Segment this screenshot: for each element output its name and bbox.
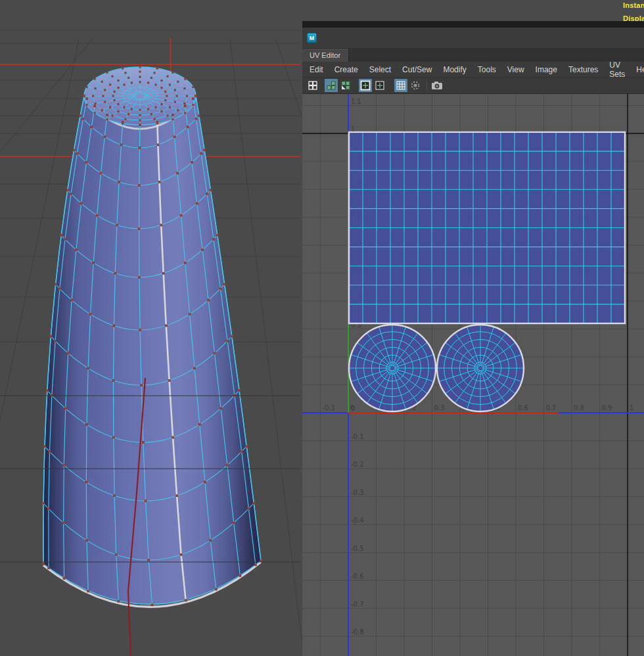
viewport-scene	[0, 0, 302, 656]
svg-text:0.3: 0.3	[434, 404, 445, 411]
uv-canvas[interactable]: 1.110.90.80.70.60.50.40.30.20.10-0.1-0.2…	[302, 94, 644, 656]
window-top-border	[302, 21, 644, 28]
svg-text:-0.2: -0.2	[351, 461, 364, 468]
dim-image-icon[interactable]	[409, 79, 422, 92]
svg-text:-0.3: -0.3	[351, 489, 364, 496]
menu-image[interactable]: Image	[535, 64, 558, 76]
tab-uv-editor[interactable]: UV Editor	[302, 49, 349, 62]
menu-create[interactable]: Create	[334, 64, 359, 76]
svg-text:0.8: 0.8	[574, 404, 584, 411]
svg-text:0: 0	[350, 404, 354, 411]
texture-inner-grid-icon[interactable]	[373, 79, 386, 92]
svg-text:-0.1: -0.1	[323, 404, 336, 411]
main-viewport-hud-strip: Instan Displa	[302, 0, 644, 21]
svg-text:0.6: 0.6	[518, 404, 528, 411]
svg-text:0.7: 0.7	[546, 404, 557, 411]
menu-select[interactable]: Select	[369, 64, 392, 76]
svg-text:1: 1	[630, 404, 633, 411]
shaded-tile-icon[interactable]	[339, 79, 352, 92]
svg-text:-0.1: -0.1	[351, 433, 364, 440]
maya-screen: Instan Displa M UV Editor EditCreateSele…	[0, 0, 644, 656]
cone-mesh[interactable]	[43, 67, 261, 607]
menu-help[interactable]: Help	[635, 64, 644, 76]
uv-shell-body-rectangle[interactable]	[349, 132, 625, 323]
maya-app-icon: M	[307, 33, 317, 43]
menu-textures[interactable]: Textures	[568, 64, 599, 76]
uv-editor-window: M UV Editor EditCreateSelectCut/SewModif…	[302, 21, 644, 656]
svg-text:-0.7: -0.7	[351, 601, 364, 608]
perspective-viewport[interactable]	[0, 0, 302, 656]
menu-uv-sets[interactable]: UV Sets	[609, 59, 626, 80]
svg-text:-0.8: -0.8	[351, 628, 364, 636]
window-tab-bar: UV Editor	[302, 49, 644, 62]
svg-text:-0.6: -0.6	[351, 573, 364, 580]
svg-text:-0.4: -0.4	[351, 517, 364, 524]
menu-cut-sew[interactable]: Cut/Sew	[402, 64, 432, 76]
menu-modify[interactable]: Modify	[442, 64, 467, 76]
uv-editor-menubar: EditCreateSelectCut/SewModifyToolsViewIm…	[302, 62, 644, 78]
uv-snapshot-camera-icon[interactable]	[430, 79, 444, 92]
uv-editor-toolbar	[302, 78, 644, 94]
svg-text:0.9: 0.9	[602, 404, 612, 411]
tile-layout-icon[interactable]	[325, 79, 338, 92]
uv-shell-cap-circle-1[interactable]	[349, 325, 436, 411]
svg-text:1.1: 1.1	[351, 98, 361, 105]
menu-edit[interactable]: Edit	[309, 64, 324, 76]
hud-text-display: Displa	[623, 14, 644, 21]
window-titlebar[interactable]: M	[302, 28, 644, 49]
texture-border-icon[interactable]	[359, 79, 372, 92]
hud-text-instances: Instan	[623, 1, 644, 9]
menu-view[interactable]: View	[507, 64, 525, 76]
uv-shells	[349, 132, 625, 411]
uv-scene: 1.110.90.80.70.60.50.40.30.20.10-0.1-0.2…	[302, 94, 644, 656]
toolbar-separator	[426, 80, 427, 91]
uv-shell-cap-circle-2[interactable]	[437, 325, 524, 411]
menu-tools[interactable]: Tools	[477, 64, 497, 76]
pixel-grid-icon[interactable]	[394, 79, 407, 92]
four-tiles-icon[interactable]	[306, 79, 319, 92]
svg-text:-0.5: -0.5	[351, 545, 364, 552]
